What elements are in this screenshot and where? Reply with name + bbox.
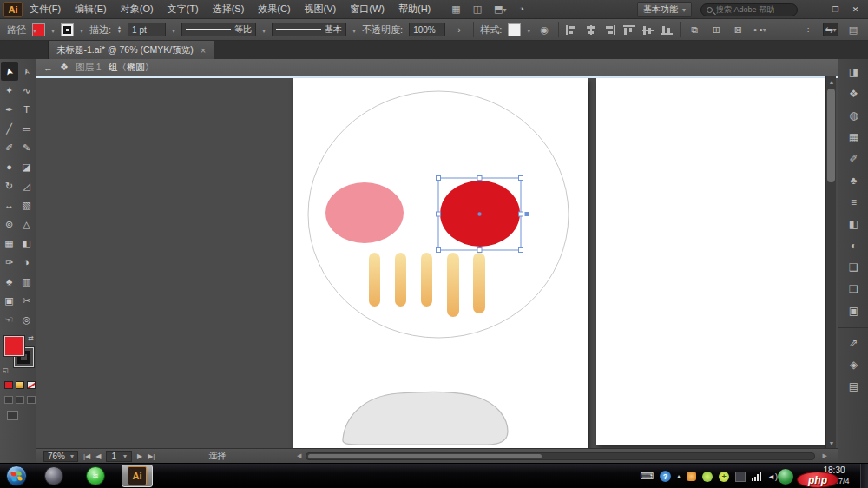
breadcrumb-layer[interactable]: 图层 1 [76,62,102,74]
graphic-styles-panel-icon[interactable]: ❑ [838,256,868,278]
magic-wand-tool[interactable]: ✦ [1,81,18,100]
color-panel-icon[interactable]: ◨ [838,61,868,82]
start-button[interactable] [6,465,27,486]
tray-orange-icon[interactable] [687,472,696,481]
stroke-weight-stepper[interactable]: ▲▼ [117,25,122,34]
blend-tool[interactable]: ◑ [18,253,36,272]
show-desktop-button[interactable] [860,464,868,488]
brushes-panel-icon[interactable]: ✐ [838,148,868,169]
stroke-color-swatch[interactable] [61,23,74,36]
taskbar-illustrator-button[interactable]: Ai [122,465,153,487]
paintbrush-tool[interactable]: ✐ [1,138,18,157]
swatches-panel-icon[interactable]: ▦ [838,126,868,148]
last-artboard-button[interactable]: ▶| [148,452,155,460]
line-segment-tool[interactable]: ╱ [1,119,18,138]
scroll-down-icon[interactable]: ▼ [826,438,837,448]
eyedropper-tool[interactable]: ✑ [1,253,18,272]
previous-artboard-button[interactable]: ◀ [95,452,101,460]
next-artboard-button[interactable]: ▶ [137,452,142,460]
artboard-2[interactable] [596,78,829,445]
draw-normal-mode-icon[interactable] [4,396,13,404]
menu-type[interactable]: 文字(T) [168,3,199,16]
align-left-icon[interactable] [565,24,578,36]
vertical-scroll-thumb[interactable] [827,89,835,182]
mesh-tool[interactable]: ▦ [1,234,18,253]
profile-dropdown-icon[interactable] [262,24,266,35]
brush-definition-select[interactable]: 基本 [272,23,346,36]
align-center-horizontal-icon[interactable] [584,24,597,36]
menu-edit[interactable]: 编辑(E) [75,3,107,16]
column-graph-tool[interactable]: ▥ [18,272,36,291]
pen-tool[interactable]: ✒ [1,100,18,119]
tray-expand-icon[interactable]: ▴ [677,472,681,480]
style-swatch[interactable] [508,23,521,36]
brush-dropdown-icon[interactable] [352,24,356,35]
menu-object[interactable]: 对象(O) [121,3,154,16]
canvas-area[interactable]: ▲ ▼ [36,76,838,448]
align-bottom-icon[interactable] [661,24,674,36]
horizontal-scrollbar[interactable] [306,452,815,460]
tray-app-icon[interactable] [735,472,746,482]
shape-builder-tool[interactable]: ⊚ [1,214,18,234]
transparency-panel-icon[interactable]: ◐ [838,234,868,256]
fill-dropdown-icon[interactable] [51,24,55,35]
recolor-artwork-icon[interactable]: ◉ [536,23,552,36]
bridge-icon[interactable]: ▦ [451,3,460,15]
width-tool[interactable]: ↔ [1,195,18,214]
symbols-panel-icon[interactable]: ♣ [838,169,868,191]
zoom-level-select[interactable]: 76% [43,451,78,462]
network-icon[interactable] [752,472,761,481]
hand-tool[interactable]: ☜ [1,310,18,329]
tooth-bar-1[interactable] [369,253,380,307]
navigator-panel-icon[interactable]: ◈ [838,353,868,375]
help-search-input[interactable]: 搜索 Adobe 帮助 [700,3,798,16]
zoom-tool[interactable]: ◎ [18,310,36,329]
color-guide-panel-icon[interactable]: ❖ [838,82,868,104]
style-dropdown-icon[interactable] [527,24,530,35]
app-logo[interactable]: Ai [3,2,23,17]
volume-icon[interactable]: ◄) [767,472,778,481]
selection-tool[interactable]: ➤ [1,62,18,81]
tooth-bar-3[interactable] [421,253,432,307]
first-artboard-button[interactable]: |◀ [83,452,90,460]
tray-plus-icon[interactable]: + [719,472,729,482]
fill-color-swatch[interactable] [32,23,45,36]
color-mode-button[interactable] [4,381,13,389]
menu-select[interactable]: 选择(S) [213,3,245,16]
swap-fill-stroke-icon[interactable]: ⇄ [28,334,34,342]
free-transform-tool[interactable]: ▧ [18,195,36,214]
pencil-tool[interactable]: ✎ [18,138,36,157]
appearance-panel-icon[interactable]: ◍ [838,104,868,126]
workspace-switcher-button[interactable]: 基本功能 [637,2,692,17]
default-fill-stroke-icon[interactable]: ◱ [3,367,9,374]
horizontal-scroll-thumb[interactable] [308,454,542,458]
taskbar-app-icon-1[interactable] [38,465,69,487]
tooth-bar-4[interactable] [447,253,459,317]
grid-icon[interactable]: ▤ [845,23,861,36]
breadcrumb-object[interactable]: 组〈椭圆〉 [108,62,155,74]
scroll-right-icon[interactable]: ▶ [823,452,827,459]
rectangle-tool[interactable]: ▭ [18,119,36,138]
menu-effect[interactable]: 效果(C) [258,3,290,16]
taskbar-app-icon-2[interactable]: ≋ [80,465,111,487]
arrange-documents-icon[interactable]: ⬒ [494,3,506,15]
artboard-number-select[interactable]: 1 [106,451,132,462]
panel-toggle-icon[interactable]: ⇋ [823,23,838,36]
stroke-dropdown-icon[interactable] [80,24,83,35]
type-tool[interactable]: T [18,100,36,119]
selection-handle[interactable] [477,176,482,181]
align-right-icon[interactable] [603,24,616,36]
symbol-sprayer-tool[interactable]: ♣ [1,272,18,291]
vertical-scrollbar[interactable]: ▲ ▼ [825,76,836,448]
rotate-tool[interactable]: ↻ [1,176,18,195]
perspective-grid-tool[interactable]: △ [18,214,36,234]
opacity-input[interactable]: 100% [409,23,445,36]
draw-behind-mode-icon[interactable] [16,396,24,404]
selection-handle[interactable] [437,212,441,216]
slice-tool[interactable]: ✂ [18,291,36,310]
minimize-button[interactable]: — [806,3,825,16]
tray-green-icon[interactable] [702,472,713,482]
stroke-weight-input[interactable]: 1 pt [128,23,166,36]
menu-file[interactable]: 文件(F) [30,3,61,16]
menu-window[interactable]: 窗口(W) [350,3,385,16]
